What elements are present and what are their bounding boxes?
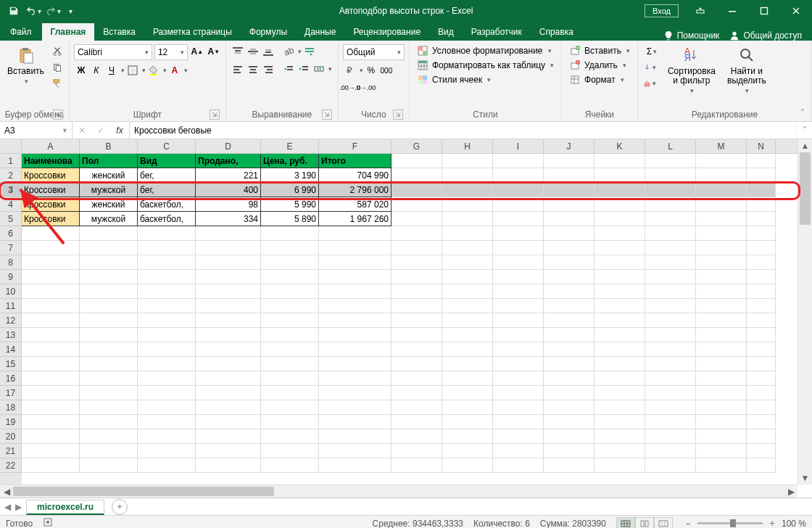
conditional-formatting-button[interactable]: Условное форматирование▾	[414, 44, 557, 57]
cell[interactable]	[392, 168, 442, 183]
row-header[interactable]: 5	[0, 212, 22, 226]
cell[interactable]	[442, 458, 493, 473]
column-header[interactable]: K	[594, 139, 645, 154]
cell[interactable]	[80, 400, 138, 415]
cell[interactable]	[261, 328, 319, 342]
cell[interactable]: 98	[196, 197, 261, 212]
cell[interactable]: Кроссовки	[22, 212, 80, 226]
cell[interactable]	[261, 313, 319, 328]
cell[interactable]	[196, 255, 261, 270]
cell[interactable]	[594, 226, 645, 241]
cell[interactable]: 1 967 260	[319, 212, 392, 226]
cell[interactable]	[747, 444, 776, 458]
format-as-table-button[interactable]: Форматировать как таблицу▾	[414, 59, 557, 72]
new-sheet-icon[interactable]: ＋	[112, 499, 128, 515]
cell[interactable]	[319, 241, 392, 255]
cell[interactable]	[196, 270, 261, 284]
cell[interactable]	[22, 342, 80, 357]
cell[interactable]	[594, 458, 645, 473]
redo-icon[interactable]	[43, 3, 59, 19]
cell[interactable]	[544, 400, 594, 415]
cell[interactable]	[696, 342, 747, 357]
cell[interactable]	[544, 342, 594, 357]
cell[interactable]	[645, 400, 696, 415]
cell[interactable]	[493, 386, 544, 400]
tab-pagelayout[interactable]: Разметка страницы	[144, 23, 241, 41]
cell[interactable]: 221	[196, 168, 261, 183]
cell[interactable]	[594, 357, 645, 371]
name-box[interactable]: ▼	[0, 122, 72, 139]
cell[interactable]	[319, 313, 392, 328]
cell[interactable]	[319, 429, 392, 444]
row-header[interactable]: 11	[0, 299, 22, 313]
column-header[interactable]: A	[22, 139, 80, 154]
view-pagebreak-icon[interactable]	[654, 517, 673, 529]
cell[interactable]	[22, 415, 80, 429]
cell[interactable]	[319, 226, 392, 241]
cell[interactable]	[392, 313, 442, 328]
cell[interactable]	[80, 458, 138, 473]
align-left-icon[interactable]	[231, 62, 245, 76]
cell[interactable]	[442, 212, 493, 226]
minimize-icon[interactable]	[716, 0, 748, 22]
cell[interactable]	[22, 458, 80, 473]
scroll-down-icon[interactable]: ▼	[798, 471, 812, 484]
cell[interactable]	[493, 270, 544, 284]
cell[interactable]	[696, 154, 747, 168]
column-header[interactable]: G	[392, 139, 442, 154]
cell[interactable]	[493, 226, 544, 241]
cell[interactable]	[392, 212, 442, 226]
select-all-corner[interactable]	[0, 139, 22, 154]
cell[interactable]	[138, 299, 196, 313]
cell[interactable]	[392, 357, 442, 371]
align-middle-icon[interactable]	[246, 44, 260, 59]
cell[interactable]	[544, 241, 594, 255]
cell[interactable]	[747, 255, 776, 270]
column-header[interactable]: C	[138, 139, 196, 154]
cell[interactable]	[594, 328, 645, 342]
row-header[interactable]: 14	[0, 342, 22, 357]
orientation-icon[interactable]: ab	[281, 44, 296, 59]
cell[interactable]	[544, 197, 594, 212]
cell[interactable]	[442, 328, 493, 342]
zoom-out-icon[interactable]: −	[683, 519, 693, 529]
font-size-select[interactable]: 12▾	[154, 44, 188, 60]
cell[interactable]	[261, 357, 319, 371]
cell[interactable]	[319, 328, 392, 342]
cell[interactable]	[645, 299, 696, 313]
cell[interactable]	[594, 284, 645, 299]
cell[interactable]	[747, 168, 776, 183]
cell[interactable]	[594, 371, 645, 386]
cell[interactable]	[80, 429, 138, 444]
cell[interactable]	[392, 386, 442, 400]
cell[interactable]: 2 796 000	[319, 183, 392, 197]
cell[interactable]	[544, 299, 594, 313]
cell[interactable]	[747, 313, 776, 328]
cell[interactable]	[594, 241, 645, 255]
cell[interactable]	[594, 299, 645, 313]
macro-record-icon[interactable]	[43, 517, 53, 528]
cell[interactable]	[645, 313, 696, 328]
cell[interactable]	[747, 154, 776, 168]
cell[interactable]	[392, 270, 442, 284]
cell[interactable]	[196, 284, 261, 299]
alignment-launcher-icon[interactable]: ⇲	[322, 110, 332, 120]
cell[interactable]	[696, 357, 747, 371]
cell[interactable]	[747, 400, 776, 415]
cell[interactable]	[196, 226, 261, 241]
ribbon-options-icon[interactable]	[684, 0, 716, 22]
cell[interactable]	[747, 458, 776, 473]
zoom-slider[interactable]	[697, 522, 763, 524]
cell[interactable]	[442, 270, 493, 284]
cell[interactable]	[442, 183, 493, 197]
cell[interactable]	[22, 328, 80, 342]
cell[interactable]	[544, 255, 594, 270]
cell[interactable]	[138, 357, 196, 371]
row-header[interactable]: 17	[0, 386, 22, 400]
cell[interactable]	[22, 357, 80, 371]
cell[interactable]	[392, 284, 442, 299]
cell[interactable]	[493, 371, 544, 386]
cell[interactable]	[645, 255, 696, 270]
row-header[interactable]: 10	[0, 284, 22, 299]
cell[interactable]	[645, 342, 696, 357]
